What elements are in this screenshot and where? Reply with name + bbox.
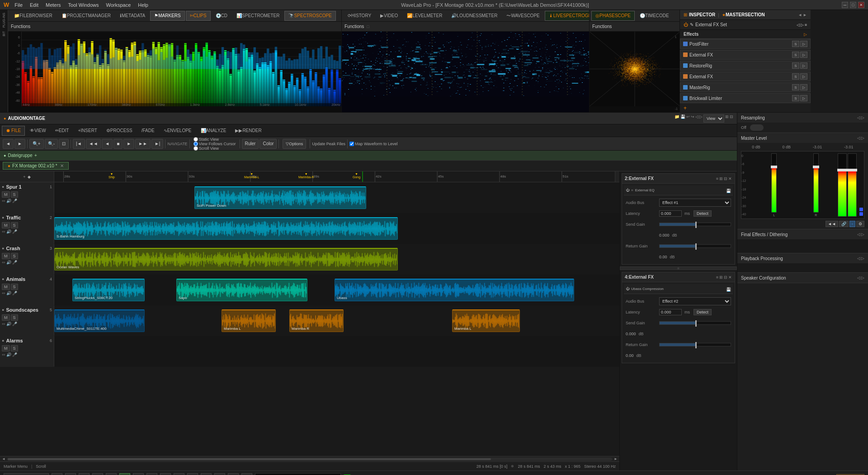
tab-wavescope[interactable]: 〜 WAVESCOPE xyxy=(502,11,543,21)
tab-loudnessmeter[interactable]: 🔊 LOUDNESSMETER xyxy=(447,11,501,21)
zoom-out[interactable]: 🔍- xyxy=(45,139,58,149)
play-back[interactable]: ◄ xyxy=(102,139,113,149)
ext-fx2-icon2[interactable]: ⊞ xyxy=(719,275,723,280)
effect-item-5[interactable]: Brickwall Limiter S ▷ xyxy=(680,93,811,103)
tab-view[interactable]: 👁 VIEW xyxy=(26,126,50,136)
track-icon2-5[interactable]: 🔊 xyxy=(6,322,11,326)
tab-levelmeter[interactable]: 📶 LEVELMETER xyxy=(403,11,446,21)
clip-4-1[interactable]: Sapo xyxy=(176,279,307,301)
final-effects-header[interactable]: Final Effects / Dithering ◁ ▷ xyxy=(737,229,868,239)
track-icon2-1[interactable]: 🔊 xyxy=(6,199,11,203)
track-icon3-6[interactable]: 🎤 xyxy=(12,352,17,357)
ext-fx1-eq[interactable]: = xyxy=(631,188,633,192)
track-mute-2[interactable]: M xyxy=(2,222,10,228)
tab-projectmanager[interactable]: 📋 PROJECTMANAGER xyxy=(57,11,115,21)
effects-arrow-right[interactable]: ▷ xyxy=(804,32,807,37)
track-solo-6[interactable]: S xyxy=(11,345,18,352)
play-end[interactable]: ►| xyxy=(151,139,164,149)
am-icon3[interactable]: ↩ xyxy=(686,114,690,123)
main-fader-L-track[interactable] xyxy=(838,153,847,217)
ext-fx1-detect-btn[interactable]: Detect xyxy=(693,210,712,217)
sc-icon1[interactable]: ◁ xyxy=(857,276,860,280)
track-icon2-2[interactable]: 🔊 xyxy=(6,229,11,234)
tab-phasescope[interactable]: ◎ PHASESCOPE xyxy=(591,11,635,21)
ext-fx1-close[interactable]: ✕ xyxy=(728,176,732,181)
master-level-expand[interactable]: ◁ xyxy=(857,136,860,140)
transport-loop[interactable]: ⟳ xyxy=(174,473,184,475)
tab-edit[interactable]: ✏ EDIT xyxy=(51,126,73,136)
tab-filebrowser[interactable]: 📁 FILEBROWSER xyxy=(10,11,57,21)
track-solo-5[interactable]: S xyxy=(11,314,18,321)
tab-envelope[interactable]: ∿ ENVELOPE xyxy=(160,126,196,136)
track-icon2-4[interactable]: 🔊 xyxy=(6,291,11,295)
static-view-option[interactable]: Static View xyxy=(193,137,236,142)
track-solo-4[interactable]: S xyxy=(11,284,18,290)
master-fader-link-btn[interactable]: 🔗 xyxy=(839,221,849,227)
tab-spectroscope[interactable]: 🔭 SPECTROSCOPE xyxy=(284,11,335,21)
am-icon4[interactable]: ↪ xyxy=(691,114,694,123)
fader-L-thumb[interactable] xyxy=(771,166,777,168)
montage-close-btn[interactable]: ✕ xyxy=(60,163,64,168)
ext-fx1-audiobus-select[interactable]: Effect #1 xyxy=(659,199,731,207)
follow-cursor-option[interactable]: View Follows Cursor xyxy=(193,142,236,146)
menu-workspace[interactable]: Workspace xyxy=(106,2,131,8)
phasescope-functions-label[interactable]: Functions xyxy=(592,24,612,29)
track-mute-4[interactable]: M xyxy=(2,284,10,290)
track-icon1-4[interactable]: ⇔ xyxy=(2,291,5,295)
track-icon2-6[interactable]: 🔊 xyxy=(6,352,11,357)
fx-set-icon1[interactable]: ◁ xyxy=(797,23,800,27)
sc-icon2[interactable]: ▷ xyxy=(861,276,864,280)
ext-fx2-latency-input[interactable] xyxy=(659,309,682,315)
add-dateigruppe-btn[interactable]: + xyxy=(34,153,37,158)
main-fader-R-track[interactable] xyxy=(848,153,857,217)
ext-fx1-icon1[interactable]: ≡ xyxy=(716,176,718,181)
inspector-expand[interactable]: ► xyxy=(803,13,807,17)
effect-item-1[interactable]: External FX S ▷ xyxy=(680,50,811,60)
am-icon7[interactable]: ⊞ xyxy=(725,114,729,123)
effect-s-btn-5[interactable]: S xyxy=(792,95,799,101)
nav-back[interactable]: ◄ xyxy=(3,139,14,149)
am-icon5[interactable]: ◁ xyxy=(695,114,698,123)
montage-tab[interactable]: ● FX Montage 002.v10 * ✕ xyxy=(3,162,69,170)
am-icon1[interactable]: 📁 xyxy=(675,114,679,123)
close-button[interactable]: ✕ xyxy=(858,2,864,8)
tab-timecode[interactable]: 🕐 TIMECODE xyxy=(636,11,673,21)
effect-item-4[interactable]: MasterRig S ▷ xyxy=(680,82,811,92)
play-prev[interactable]: ◄◄ xyxy=(86,139,101,149)
transport-fwd2[interactable]: ►► xyxy=(241,473,252,475)
ext-fx1-power[interactable]: ⏻ xyxy=(626,188,629,192)
ext-fx1-icon2[interactable]: ⊞ xyxy=(719,176,723,181)
pp-icon1[interactable]: ◁ xyxy=(857,256,860,261)
transport-prev2[interactable]: ◄ xyxy=(201,473,212,475)
menu-toolwindows[interactable]: Tool Windows xyxy=(68,2,99,8)
speaker-config-header[interactable]: Speaker Configuration ◁ ▷ xyxy=(737,273,868,283)
pencil-icon[interactable]: ✎ xyxy=(690,22,693,27)
track-icon1-6[interactable]: ⇔ xyxy=(2,352,5,357)
ext-fx1-icon3[interactable]: ⊟ xyxy=(724,176,727,181)
play-next[interactable]: ►► xyxy=(135,139,151,149)
track-icon2-3[interactable]: 🔊 xyxy=(6,260,11,265)
track-solo-1[interactable]: S xyxy=(11,191,18,198)
resampling-header[interactable]: Resampling ◁ ▷ xyxy=(737,113,868,123)
transport-prev[interactable]: ◄◄ xyxy=(79,473,90,475)
inspector-collapse[interactable]: ◄ xyxy=(798,13,802,17)
clip-5-1[interactable]: Marimba L xyxy=(222,309,276,332)
fx-set-icon3[interactable]: ≡ xyxy=(805,23,807,27)
effect-arrow-btn-1[interactable]: ▷ xyxy=(800,52,807,58)
tab-cd[interactable]: 💿 CD xyxy=(212,11,231,21)
h-scroll-right[interactable]: ► xyxy=(614,457,618,461)
master-level-collapse[interactable]: ▷ xyxy=(861,136,864,140)
transport-back2[interactable]: ◄◄ xyxy=(228,473,239,475)
pp-icon2[interactable]: ▷ xyxy=(861,256,864,261)
resampling-toggle[interactable] xyxy=(750,124,764,131)
track-mute-3[interactable]: M xyxy=(2,253,10,259)
fader-R-track[interactable] xyxy=(813,153,819,213)
fader-L-track[interactable] xyxy=(771,153,777,213)
final-effects-icon2[interactable]: ▷ xyxy=(861,232,864,237)
master-level-header[interactable]: Master Level ◁ ▷ xyxy=(737,133,868,143)
zoom-in[interactable]: 🔍+ xyxy=(29,139,44,149)
tab-metadata[interactable]: ℹ METADATA xyxy=(116,11,149,21)
map-waveform-option[interactable]: Map Waveform to Level xyxy=(349,142,398,146)
tab-markers[interactable]: ⚑ MARKERS xyxy=(150,11,184,21)
tab-fade[interactable]: / FADE xyxy=(137,126,159,136)
